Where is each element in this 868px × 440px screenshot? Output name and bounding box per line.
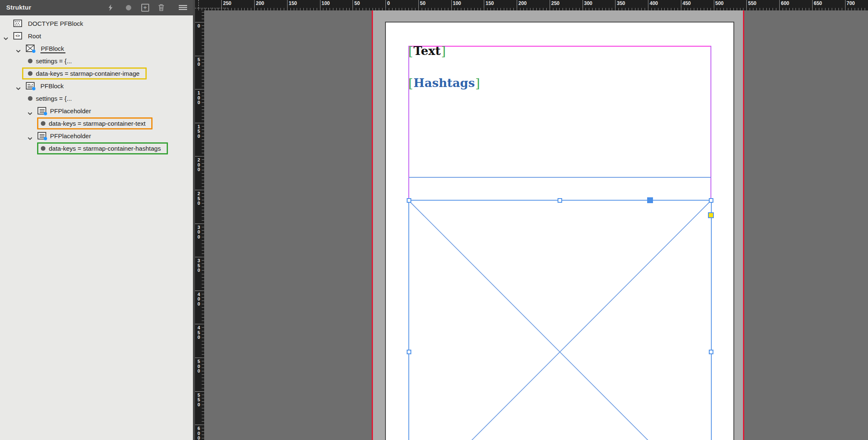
text-placeholder[interactable]: [Text] bbox=[408, 45, 446, 57]
doctype-icon bbox=[13, 20, 22, 27]
ruler-label: 600 bbox=[781, 0, 789, 6]
ruler-tick bbox=[353, 0, 353, 10]
canvas[interactable]: [Text] [Hashtags] bbox=[204, 10, 868, 440]
tree-row-pfblock-image[interactable]: PFBlock bbox=[0, 42, 193, 55]
ruler-tick bbox=[195, 358, 204, 358]
attribute-label: data-keys = starmap-container-text bbox=[49, 120, 145, 127]
tree-row-pfblock-text[interactable]: PFBlock bbox=[0, 80, 193, 92]
add-element-icon[interactable]: + bbox=[141, 3, 149, 12]
expand-chevron-icon[interactable] bbox=[28, 134, 33, 142]
ruler-label: 100 bbox=[453, 0, 461, 6]
tree-row-data-keys-image[interactable]: data-keys = starmap-container-image bbox=[0, 67, 193, 80]
ruler-tick bbox=[320, 0, 320, 10]
expand-chevron-icon[interactable] bbox=[16, 85, 21, 92]
ruler-tick bbox=[385, 0, 386, 10]
ruler-tick bbox=[451, 0, 452, 10]
ruler-tick bbox=[517, 0, 517, 10]
attribute-highlight-box: data-keys = starmap-container-hashtags bbox=[37, 142, 168, 154]
live-corner-handle[interactable] bbox=[708, 212, 714, 218]
trash-icon[interactable] bbox=[157, 3, 165, 12]
ruler-label: 300 bbox=[584, 0, 593, 6]
expand-chevron-icon[interactable] bbox=[28, 109, 33, 117]
graphic-frame-icon bbox=[26, 45, 35, 52]
attribute-content: settings = {... bbox=[22, 55, 79, 67]
ruler-label: 200 bbox=[518, 0, 527, 6]
ruler-label: 350 bbox=[617, 0, 625, 6]
ruler-label: 4 0 0 bbox=[195, 292, 203, 307]
ruler-label: 5 0 0 bbox=[195, 359, 203, 374]
ruler-tick bbox=[195, 224, 204, 224]
ruler-tick bbox=[195, 257, 204, 257]
tree-row-settings-image[interactable]: settings = {... bbox=[0, 55, 193, 67]
handle-top-center[interactable] bbox=[558, 198, 562, 203]
element-label: Root bbox=[28, 32, 41, 40]
linked-dot-icon bbox=[32, 50, 35, 53]
expand-chevron-icon[interactable] bbox=[3, 35, 8, 42]
ruler-label: 450 bbox=[683, 0, 691, 6]
tree-row-data-keys-text[interactable]: data-keys = starmap-container-text bbox=[0, 117, 193, 130]
content-grabber-handle[interactable] bbox=[647, 197, 653, 203]
horizontal-ruler[interactable]: 2502001501005005010015020025030035040045… bbox=[195, 0, 868, 10]
ruler-tick bbox=[195, 190, 204, 190]
attribute-label: settings = {... bbox=[36, 57, 72, 65]
ruler-tick bbox=[550, 0, 550, 10]
tree-row-settings-text[interactable]: settings = {... bbox=[0, 92, 193, 105]
panel-title: Struktur bbox=[6, 4, 31, 11]
vertical-ruler[interactable]: 05 01 0 01 5 02 0 02 5 03 0 03 5 04 0 04… bbox=[195, 10, 204, 440]
element-label: PFBlock bbox=[40, 45, 65, 53]
ruler-label: 150 bbox=[485, 0, 494, 6]
attribute-label: data-keys = starmap-container-hashtags bbox=[49, 145, 161, 152]
ruler-tick bbox=[746, 0, 747, 10]
tree-row-pfplaceholder-text[interactable]: PFPlaceholder bbox=[0, 105, 193, 117]
attribute-highlight-box: data-keys = starmap-container-text bbox=[37, 117, 153, 129]
tree-row-data-keys-hashtags[interactable]: data-keys = starmap-container-hashtags bbox=[0, 142, 193, 155]
attribute-highlight-box: data-keys = starmap-container-image bbox=[22, 67, 147, 80]
selected-frame-right-edge[interactable] bbox=[711, 200, 712, 440]
root-icon: <> bbox=[13, 32, 22, 40]
ruler-tick bbox=[812, 0, 813, 10]
attribute-content: settings = {... bbox=[22, 92, 79, 104]
ruler-label: 150 bbox=[289, 0, 297, 6]
ruler-label: 2 5 0 bbox=[195, 191, 203, 206]
attribute-bullet-icon bbox=[41, 121, 45, 126]
hashtags-placeholder[interactable]: [Hashtags] bbox=[408, 77, 480, 89]
ruler-label: 550 bbox=[748, 0, 756, 6]
attribute-bullet-icon bbox=[28, 71, 33, 76]
attribute-bullet-icon bbox=[28, 59, 33, 63]
attribute-label: settings = {... bbox=[36, 95, 72, 102]
panel-menu-icon[interactable] bbox=[179, 3, 187, 12]
selected-frame-left-edge[interactable] bbox=[408, 200, 409, 440]
ruler-label: 250 bbox=[551, 0, 560, 6]
tree-row-root[interactable]: <>Root bbox=[0, 30, 193, 42]
handle-top-right[interactable] bbox=[709, 198, 713, 203]
ruler-label: 50 bbox=[354, 0, 360, 6]
ruler-label: 500 bbox=[715, 0, 724, 6]
tree-row-doctype-pfblock[interactable]: DOCTYPE PFBlock bbox=[0, 17, 193, 30]
ruler-tick bbox=[845, 0, 845, 10]
ruler-tick bbox=[681, 0, 681, 10]
placeholder-bracket-open: [ bbox=[408, 45, 413, 57]
ruler-label: 0 bbox=[387, 0, 390, 6]
ruler-label: 700 bbox=[847, 0, 855, 6]
ruler-tick bbox=[648, 0, 648, 10]
element-label: PFPlaceholder bbox=[50, 107, 91, 114]
ruler-tick bbox=[195, 56, 204, 56]
ruler-tick bbox=[195, 123, 204, 123]
handle-top-left[interactable] bbox=[407, 198, 411, 203]
handle-left-middle[interactable] bbox=[407, 350, 411, 354]
expand-chevron-icon[interactable] bbox=[16, 47, 21, 55]
ruler-label: 0 bbox=[195, 24, 203, 29]
record-dot-icon[interactable] bbox=[124, 3, 133, 12]
ruler-tick bbox=[221, 0, 222, 10]
tree-row-pfplaceholder-hashtags[interactable]: PFPlaceholder bbox=[0, 130, 193, 142]
structure-panel-header: Struktur + bbox=[0, 0, 193, 15]
lines-icon bbox=[38, 107, 46, 114]
flash-icon[interactable] bbox=[106, 3, 115, 12]
ruler-tick bbox=[615, 0, 615, 10]
ruler-label: 250 bbox=[223, 0, 231, 6]
ruler-label: 100 bbox=[322, 0, 330, 6]
ruler-label: 650 bbox=[814, 0, 822, 6]
handle-right-middle[interactable] bbox=[709, 350, 713, 354]
element-label: PFPlaceholder bbox=[50, 132, 91, 139]
ruler-label: 3 5 0 bbox=[195, 259, 203, 273]
